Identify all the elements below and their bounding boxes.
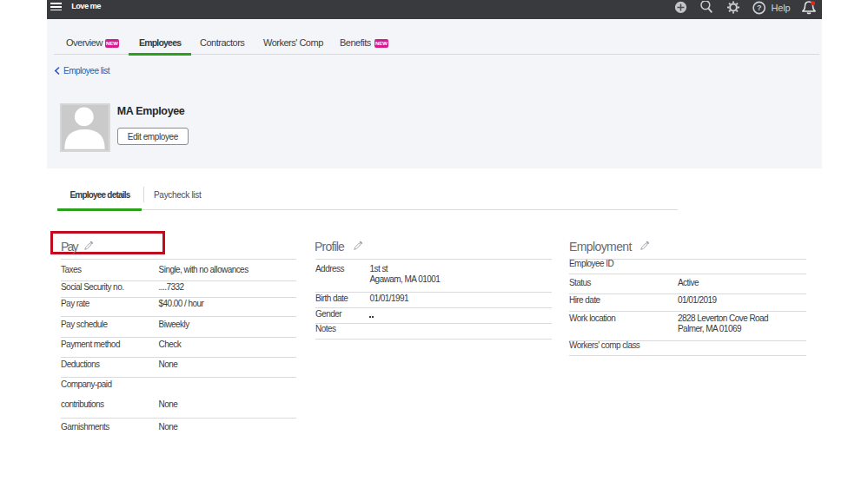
svg-text:?: ?	[757, 3, 762, 12]
